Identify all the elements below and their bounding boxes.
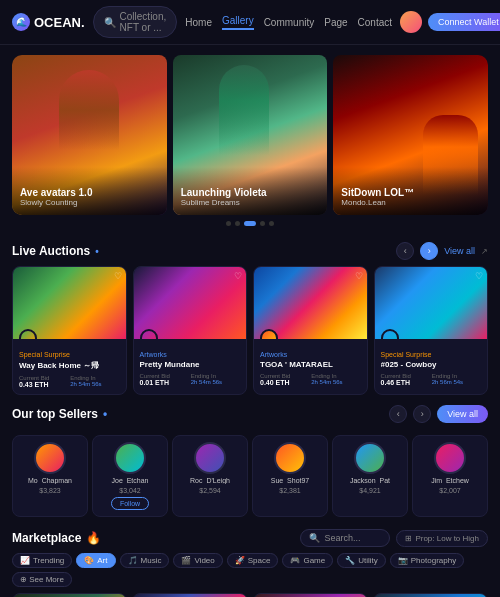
filter-music[interactable]: 🎵 Music	[120, 553, 170, 568]
filter-see-more[interactable]: ⊕ See More	[12, 572, 72, 587]
marketplace-controls: 🔍 Search... ⊞ Prop: Low to High	[300, 529, 488, 547]
nft-current-label-4: Current Bid 0.46 ETH	[381, 373, 430, 386]
seller-card-5[interactable]: Jackson_Pat $4,921	[332, 435, 408, 517]
seller-avatar-6	[434, 442, 466, 474]
hero-dot-5[interactable]	[269, 221, 274, 226]
game-label: Game	[303, 556, 325, 565]
nft-heart-4[interactable]: ♡	[475, 271, 483, 281]
seller-price-3: $2,594	[199, 487, 220, 494]
auctions-view-all[interactable]: View all	[444, 246, 475, 256]
nft-image-1: ♡	[13, 267, 126, 339]
nft-current-label-1: Current Bid 0.43 ETH	[19, 375, 68, 388]
sellers-section-header: Our top Sellers • ‹ › View all	[0, 395, 500, 429]
hero-title-2: Launching Violeta	[181, 187, 320, 198]
filter-video[interactable]: 🎬 Video	[173, 553, 222, 568]
sellers-next-button[interactable]: ›	[413, 405, 431, 423]
seller-name-1: Mo_Chapman	[17, 477, 83, 484]
utility-icon: 🔧	[345, 556, 355, 565]
seller-card-2[interactable]: Joe_Etchan $3,042 Follow	[92, 435, 168, 517]
avatar	[400, 11, 422, 33]
hero-dot-4[interactable]	[260, 221, 265, 226]
marketplace-header: Marketplace 🔥 🔍 Search... ⊞ Prop: Low to…	[12, 529, 488, 547]
seller-price-2: $3,042	[119, 487, 140, 494]
marketplace-search[interactable]: 🔍 Search...	[300, 529, 390, 547]
filter-photography[interactable]: 📷 Photography	[390, 553, 464, 568]
marketplace-title-text: Marketplace	[12, 531, 81, 545]
hero-card-1[interactable]: Ave avatars 1.0 Slowly Counting	[12, 55, 167, 215]
filter-trending[interactable]: 📈 Trending	[12, 553, 72, 568]
nft-image-2: ♡	[134, 267, 247, 339]
nft-price-row-1: Current Bid 0.43 ETH Ending In 2h 54m 56…	[19, 375, 120, 388]
photography-label: Photography	[411, 556, 456, 565]
auctions-prev-button[interactable]: ‹	[396, 242, 414, 260]
nav-home[interactable]: Home	[185, 17, 212, 28]
seller-avatar-4	[274, 442, 306, 474]
nav-right: Connect Wallet	[400, 11, 500, 33]
game-icon: 🎮	[290, 556, 300, 565]
nav-contact[interactable]: Contact	[358, 17, 392, 28]
hero-card-2[interactable]: Launching Violeta Sublime Dreams	[173, 55, 328, 215]
search-placeholder: Collection, NFT or ...	[120, 11, 167, 33]
price-filter-icon: ⊞	[405, 534, 412, 543]
nft-ending-value-4: 2h 56m 54s	[432, 379, 481, 385]
nft-artist-avatar-3	[260, 329, 278, 339]
sellers-view-all-button[interactable]: View all	[437, 405, 488, 423]
nft-card-1[interactable]: ♡ Special Surprise Way Back Home ～帰 Curr…	[12, 266, 127, 395]
hero-dot-3[interactable]	[244, 221, 256, 226]
sellers-prev-button[interactable]: ‹	[389, 405, 407, 423]
hero-dot-1[interactable]	[226, 221, 231, 226]
filter-space[interactable]: 🚀 Space	[227, 553, 279, 568]
nft-card-2[interactable]: ♡ Artworks Pretty Mundane Current Bid 0.…	[133, 266, 248, 395]
auctions-header: Live Auctions • ‹ › View all ↗	[0, 232, 500, 266]
mp-card-2[interactable]: @WhiskyAx1000	[132, 593, 247, 597]
hero-overlay-1: Ave avatars 1.0 Slowly Counting	[12, 167, 167, 215]
video-label: Video	[194, 556, 214, 565]
nft-image-3: ♡	[254, 267, 367, 339]
seller-card-6[interactable]: Jim_Etchew $2,007	[412, 435, 488, 517]
seller-card-4[interactable]: Sue_Shot97 $2,381	[252, 435, 328, 517]
mp-card-4[interactable]: @GameHali	[373, 593, 488, 597]
seller-follow-button-2[interactable]: Follow	[111, 497, 149, 510]
marketplace-emoji: 🔥	[86, 531, 101, 545]
seller-card-1[interactable]: Mo_Chapman $3,823	[12, 435, 88, 517]
nft-ending-label-2: Ending In 2h 54m 56s	[191, 373, 240, 386]
nft-name-3: TGOA ' MATARAEL	[260, 360, 361, 369]
nav-gallery[interactable]: Gallery	[222, 15, 254, 30]
nft-card-4[interactable]: ♡ Special Surprise #025 - Cowboy Current…	[374, 266, 489, 395]
filter-art[interactable]: 🎨 Art	[76, 553, 115, 568]
mp-card-1[interactable]: @EquipoHer	[12, 593, 127, 597]
nft-card-3[interactable]: ♡ Artworks TGOA ' MATARAEL Current Bid 0…	[253, 266, 368, 395]
nft-heart-3[interactable]: ♡	[355, 271, 363, 281]
nav-page[interactable]: Page	[324, 17, 347, 28]
hero-subtitle-2: Sublime Dreams	[181, 198, 320, 207]
seller-card-3[interactable]: Roc_D'Leigh $2,594	[172, 435, 248, 517]
nft-heart-2[interactable]: ♡	[234, 271, 242, 281]
art-icon: 🎨	[84, 556, 94, 565]
connect-wallet-button[interactable]: Connect Wallet	[428, 13, 500, 31]
sellers-title: Our top Sellers •	[12, 407, 107, 421]
hero-dot-2[interactable]	[235, 221, 240, 226]
navbar: 🌊 OCEAN. 🔍 Collection, NFT or ... Home G…	[0, 0, 500, 45]
filter-game[interactable]: 🎮 Game	[282, 553, 333, 568]
seller-price-1: $3,823	[39, 487, 60, 494]
hero-card-3[interactable]: SitDown LOL™ Mondo.Lean	[333, 55, 488, 215]
marketplace-filters: 📈 Trending 🎨 Art 🎵 Music 🎬 Video 🚀 Space…	[12, 553, 488, 587]
nft-info-2: Artworks Pretty Mundane Current Bid 0.01…	[134, 339, 247, 392]
nav-community[interactable]: Community	[264, 17, 315, 28]
mp-card-3[interactable]: @uncnp_PNG	[253, 593, 368, 597]
trending-label: Trending	[33, 556, 64, 565]
see-more-label: ⊕ See More	[20, 575, 64, 584]
filter-utility[interactable]: 🔧 Utility	[337, 553, 386, 568]
nft-info-3: Artworks TGOA ' MATARAEL Current Bid 0.4…	[254, 339, 367, 392]
seller-price-5: $4,921	[359, 487, 380, 494]
hero-overlay-3: SitDown LOL™ Mondo.Lean	[333, 167, 488, 215]
nft-ending-value-2: 2h 54m 56s	[191, 379, 240, 385]
price-filter[interactable]: ⊞ Prop: Low to High	[396, 530, 488, 547]
auctions-next-button[interactable]: ›	[420, 242, 438, 260]
hero-dots	[12, 221, 488, 226]
seller-avatar-2	[114, 442, 146, 474]
nft-heart-1[interactable]: ♡	[114, 271, 122, 281]
nft-price-row-2: Current Bid 0.01 ETH Ending In 2h 54m 56…	[140, 373, 241, 386]
nft-price-row-4: Current Bid 0.46 ETH Ending In 2h 56m 54…	[381, 373, 482, 386]
search-bar[interactable]: 🔍 Collection, NFT or ...	[93, 6, 178, 38]
